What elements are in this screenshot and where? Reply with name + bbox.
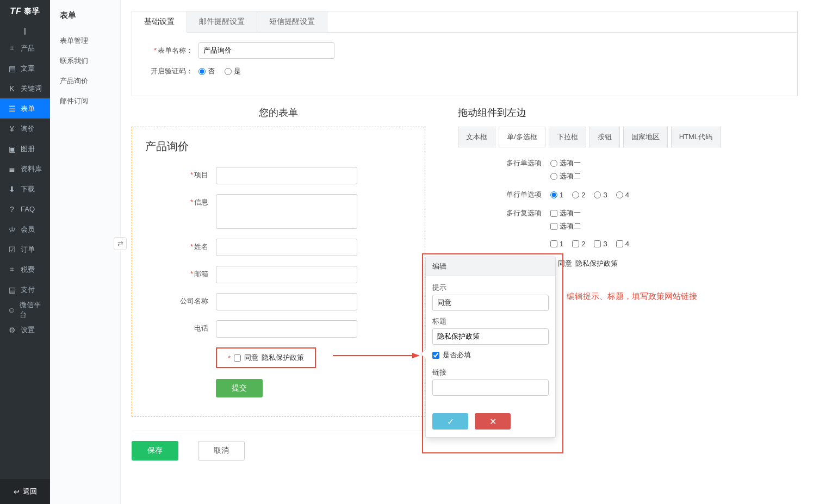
field-name-input[interactable] bbox=[216, 239, 357, 256]
tab-basic[interactable]: 基础设置 bbox=[132, 11, 187, 33]
nav-item-download[interactable]: ⬇下载 bbox=[0, 179, 50, 199]
popup-required-checkbox[interactable] bbox=[432, 352, 439, 359]
annotation-note: 编辑提示、标题，填写政策网站链接 bbox=[567, 291, 798, 302]
widget-heading: 拖动组件到左边 bbox=[458, 106, 798, 119]
form-icon: ☰ bbox=[8, 104, 16, 113]
check-icon: ✓ bbox=[447, 417, 454, 426]
popup-hint-label: 提示 bbox=[432, 283, 549, 293]
nav-item-keyword[interactable]: K关键词 bbox=[0, 78, 50, 98]
question-icon: ? bbox=[8, 205, 16, 214]
form-name-input[interactable] bbox=[198, 42, 334, 59]
download-icon: ⬇ bbox=[8, 185, 16, 194]
popup-confirm-button[interactable]: ✓ bbox=[432, 413, 468, 430]
brand-name: 泰孚 bbox=[24, 7, 40, 16]
field-email-input[interactable] bbox=[216, 266, 357, 283]
widget-agree-privacy[interactable]: * 同意 隐私保护政策 bbox=[542, 259, 798, 269]
field-company-input[interactable] bbox=[216, 293, 357, 310]
tax-icon: ⌗ bbox=[8, 265, 16, 274]
close-icon: ✕ bbox=[489, 417, 497, 426]
form-name-label: *表单名称： bbox=[144, 46, 193, 55]
popup-link-input[interactable] bbox=[432, 379, 549, 396]
cancel-button[interactable]: 取消 bbox=[198, 441, 245, 461]
widget-single-radio[interactable]: 单行单选项 1 2 3 4 bbox=[458, 190, 798, 200]
tab-email[interactable]: 邮件提醒设置 bbox=[187, 11, 257, 32]
nav-item-form[interactable]: ☰表单 bbox=[0, 98, 50, 119]
sub-nav-item-contact[interactable]: 联系我们 bbox=[50, 51, 120, 71]
nav-item-tax[interactable]: ⌗税费 bbox=[0, 259, 50, 279]
back-label: 返回 bbox=[23, 487, 37, 496]
edit-popup: 编辑 提示 标题 是否必填 链接 ✓ ✕ bbox=[425, 257, 556, 438]
basic-panel: 基础设置 邮件提醒设置 短信提醒设置 *表单名称： 开启验证码： 否 是 bbox=[132, 11, 798, 96]
gear-icon: ⚙ bbox=[8, 326, 16, 334]
back-icon: ↩ bbox=[14, 488, 20, 496]
form-preview-col: 您的表单 产品询价 *项目 *信息 *姓名 *邮箱 公司名称 电话 * 同意 隐… bbox=[132, 106, 425, 461]
panel-tabs: 基础设置 邮件提醒设置 短信提醒设置 bbox=[132, 11, 797, 33]
grid-icon: ⌗ bbox=[8, 43, 16, 53]
tab-sms[interactable]: 短信提醒设置 bbox=[257, 11, 327, 32]
nav-item-order[interactable]: ☑订单 bbox=[0, 239, 50, 259]
wechat-icon: ☺ bbox=[8, 306, 15, 314]
sub-nav-title: 表单 bbox=[50, 0, 120, 30]
widget-tab-text[interactable]: 文本框 bbox=[458, 127, 495, 147]
popup-cancel-button[interactable]: ✕ bbox=[475, 413, 511, 430]
check-icon: ☑ bbox=[8, 245, 16, 254]
widget-tab-select[interactable]: 下拉框 bbox=[549, 127, 586, 147]
sub-nav-item-manage[interactable]: 表单管理 bbox=[50, 30, 120, 51]
brand-tf: TF bbox=[10, 7, 22, 16]
field-project-input[interactable] bbox=[216, 167, 357, 184]
nav-item-library[interactable]: ≣资料库 bbox=[0, 159, 50, 179]
divider bbox=[132, 431, 425, 431]
nav-item-member[interactable]: ♔会员 bbox=[0, 219, 50, 239]
nav-item-faq[interactable]: ?FAQ bbox=[0, 199, 50, 219]
nav-item-settings[interactable]: ⚙设置 bbox=[0, 320, 50, 340]
yen-icon: ¥ bbox=[8, 125, 16, 133]
widget-tab-country[interactable]: 国家地区 bbox=[623, 127, 668, 147]
widget-multi-check[interactable]: 多行复选项 选项一 选项二 bbox=[458, 208, 798, 231]
submit-button[interactable]: 提交 bbox=[216, 379, 263, 397]
library-icon: ≣ bbox=[8, 165, 16, 173]
popup-link-label: 链接 bbox=[432, 368, 549, 377]
field-info-textarea[interactable] bbox=[216, 194, 357, 229]
crown-icon: ♔ bbox=[8, 225, 16, 234]
k-icon: K bbox=[8, 84, 16, 93]
sub-nav-item-inquiry[interactable]: 产品询价 bbox=[50, 71, 120, 91]
nav-item-pay[interactable]: ▤支付 bbox=[0, 279, 50, 300]
doc-icon: ▤ bbox=[8, 64, 16, 73]
popup-hint-input[interactable] bbox=[432, 295, 549, 311]
nav-item-gallery[interactable]: ▣图册 bbox=[0, 139, 50, 159]
nav-item-product[interactable]: ⌗产品 bbox=[0, 38, 50, 58]
form-preview-heading: 您的表单 bbox=[132, 106, 425, 119]
sub-nav-item-subscribe[interactable]: 邮件订阅 bbox=[50, 91, 120, 111]
captcha-yes-radio[interactable] bbox=[225, 68, 232, 75]
popup-title: 编辑 bbox=[426, 257, 555, 276]
captcha-label: 开启验证码： bbox=[144, 66, 193, 76]
field-phone-input[interactable] bbox=[216, 320, 357, 338]
nav-item-article[interactable]: ▤文章 bbox=[0, 58, 50, 78]
widget-tab-html[interactable]: HTML代码 bbox=[671, 127, 721, 147]
popup-title-input[interactable] bbox=[432, 328, 549, 345]
widget-tab-button[interactable]: 按钮 bbox=[589, 127, 620, 147]
sub-nav: 表单 表单管理 联系我们 产品询价 邮件订阅 ⇄ bbox=[50, 0, 121, 504]
nav-back[interactable]: ↩ 返回 bbox=[0, 479, 50, 504]
form-canvas[interactable]: 产品询价 *项目 *信息 *姓名 *邮箱 公司名称 电话 * 同意 隐私保护政策… bbox=[132, 127, 425, 416]
form-title: 产品询价 bbox=[145, 139, 412, 154]
pay-icon: ▤ bbox=[8, 285, 16, 294]
privacy-field-highlight[interactable]: * 同意 隐私保护政策 bbox=[216, 347, 316, 368]
privacy-checkbox[interactable] bbox=[234, 354, 241, 362]
widget-single-check[interactable]: 1 2 3 4 bbox=[458, 240, 798, 248]
captcha-no-radio[interactable] bbox=[198, 68, 206, 75]
widget-tab-choice[interactable]: 单/多选框 bbox=[499, 127, 545, 147]
image-icon: ▣ bbox=[8, 145, 16, 153]
popup-required-label: 是否必填 bbox=[443, 350, 471, 360]
left-nav: TF 泰孚 ∥ ⌗产品 ▤文章 K关键词 ☰表单 ¥询价 ▣图册 ≣资料库 ⬇下… bbox=[0, 0, 50, 504]
popup-title-label: 标题 bbox=[432, 316, 549, 326]
nav-item-inquiry[interactable]: ¥询价 bbox=[0, 119, 50, 139]
save-button[interactable]: 保存 bbox=[132, 441, 178, 461]
brand-logo: TF 泰孚 bbox=[0, 0, 50, 23]
nav-item-wechat[interactable]: ☺微信平台 bbox=[0, 300, 50, 320]
widget-multi-radio[interactable]: 多行单选项 选项一 选项二 bbox=[458, 158, 798, 181]
nav-collapse-icon[interactable]: ∥ bbox=[0, 23, 50, 38]
